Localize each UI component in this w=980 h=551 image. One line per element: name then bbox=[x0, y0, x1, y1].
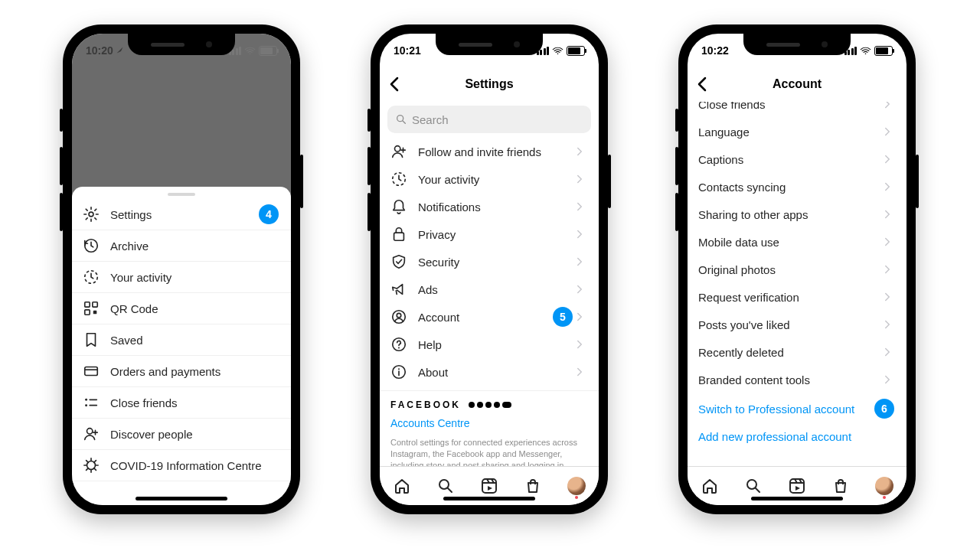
row-notifications[interactable]: Notifications bbox=[380, 193, 599, 220]
page-title: Account bbox=[688, 77, 906, 91]
chevron-right-icon bbox=[573, 172, 586, 186]
facebook-heading: FACEBOOK bbox=[390, 399, 461, 410]
avatar bbox=[567, 477, 586, 495]
home-indicator[interactable] bbox=[443, 497, 535, 500]
tab-profile[interactable] bbox=[567, 476, 586, 496]
row-ads[interactable]: Ads bbox=[380, 276, 599, 303]
row-add-new-professional-account[interactable]: Add new professional account bbox=[688, 422, 906, 450]
row-about[interactable]: About bbox=[380, 358, 599, 386]
chevron-right-icon bbox=[573, 200, 586, 214]
battery-icon bbox=[874, 46, 893, 56]
about-icon bbox=[390, 364, 407, 380]
tab-home[interactable] bbox=[392, 476, 412, 496]
tab-search[interactable] bbox=[743, 476, 763, 496]
nav-bar: Settings bbox=[380, 67, 599, 102]
row-request-verification[interactable]: Request verification bbox=[688, 283, 906, 311]
row-language[interactable]: Language bbox=[688, 118, 906, 145]
chevron-right-icon bbox=[880, 152, 894, 166]
row-security[interactable]: Security bbox=[380, 248, 599, 276]
accounts-centre-link[interactable]: Accounts Centre bbox=[390, 417, 588, 429]
avatar bbox=[875, 477, 893, 495]
row-your-activity[interactable]: Your activity bbox=[72, 262, 291, 293]
tab-reels[interactable] bbox=[479, 476, 499, 496]
row-recently-deleted[interactable]: Recently deleted bbox=[688, 338, 906, 366]
row-posts-you-ve-liked[interactable]: Posts you've liked bbox=[688, 311, 906, 338]
search-icon bbox=[395, 113, 407, 126]
help-icon bbox=[390, 336, 407, 353]
chevron-right-icon bbox=[880, 180, 894, 194]
step-badge: 5 bbox=[553, 307, 573, 327]
row-covid-19-information-centre[interactable]: COVID-19 Information Centre bbox=[72, 450, 291, 481]
home-indicator[interactable] bbox=[136, 497, 227, 500]
row-label: Settings bbox=[110, 208, 253, 221]
archive-icon bbox=[83, 237, 100, 254]
row-label: Ads bbox=[418, 283, 573, 296]
row-mobile-data-use[interactable]: Mobile data use bbox=[688, 228, 906, 256]
search-icon bbox=[744, 477, 763, 495]
row-switch-to-professional-account[interactable]: Switch to Professional account6 bbox=[688, 395, 906, 422]
home-indicator[interactable] bbox=[751, 497, 843, 500]
bell-icon bbox=[390, 198, 407, 215]
wifi-icon bbox=[244, 47, 256, 55]
tab-shop[interactable] bbox=[523, 476, 543, 496]
row-label: COVID-19 Information Centre bbox=[110, 459, 279, 472]
facebook-app-icons bbox=[469, 402, 511, 408]
phone-1: 10:20 Settings4ArchiveYour activityQR Co… bbox=[63, 24, 300, 514]
chevron-right-icon bbox=[880, 235, 894, 249]
phone-3: 10:22 Account Close friendsLanguageCapti… bbox=[678, 24, 916, 514]
tab-reels[interactable] bbox=[787, 476, 807, 496]
tab-profile[interactable] bbox=[874, 476, 894, 496]
row-contacts-syncing[interactable]: Contacts syncing bbox=[688, 173, 906, 201]
covid-icon bbox=[83, 457, 100, 474]
row-sharing-to-other-apps[interactable]: Sharing to other apps bbox=[688, 201, 906, 228]
row-label: Your activity bbox=[110, 271, 279, 284]
row-captions[interactable]: Captions bbox=[688, 145, 906, 173]
row-orders-and-payments[interactable]: Orders and payments bbox=[72, 356, 291, 387]
row-label: Notifications bbox=[418, 201, 573, 214]
tab-home[interactable] bbox=[700, 476, 720, 496]
card-icon bbox=[83, 363, 100, 380]
chevron-right-icon bbox=[880, 290, 894, 304]
facebook-section: FACEBOOK Accounts Centre Control setting… bbox=[380, 390, 599, 467]
row-your-activity[interactable]: Your activity bbox=[380, 165, 599, 193]
shop-icon bbox=[524, 477, 542, 495]
row-branded-content-tools[interactable]: Branded content tools bbox=[688, 366, 906, 393]
tab-search[interactable] bbox=[436, 476, 456, 496]
nav-bar: Account bbox=[688, 67, 906, 102]
discover-icon bbox=[390, 143, 407, 160]
search-input[interactable]: Search bbox=[387, 106, 591, 133]
row-qr-code[interactable]: QR Code bbox=[72, 293, 291, 324]
row-saved[interactable]: Saved bbox=[72, 324, 291, 356]
facebook-note: Control settings for connected experienc… bbox=[390, 437, 588, 467]
reels-icon bbox=[788, 477, 806, 495]
row-label: QR Code bbox=[110, 302, 279, 315]
row-close-friends[interactable]: Close friends bbox=[688, 101, 906, 118]
row-privacy[interactable]: Privacy bbox=[380, 220, 599, 248]
search-icon bbox=[436, 477, 455, 495]
row-original-photos[interactable]: Original photos bbox=[688, 256, 906, 283]
row-account[interactable]: Account5 bbox=[380, 303, 599, 331]
sheet-grabber[interactable] bbox=[168, 193, 195, 196]
shop-icon bbox=[831, 477, 850, 495]
row-archive[interactable]: Archive bbox=[72, 230, 291, 262]
row-close-friends[interactable]: Close friends bbox=[72, 387, 291, 419]
wifi-icon bbox=[860, 47, 871, 55]
row-label: Archive bbox=[110, 240, 279, 253]
location-icon bbox=[116, 46, 125, 55]
step-badge: 4 bbox=[259, 204, 279, 224]
row-settings[interactable]: Settings4 bbox=[72, 199, 291, 230]
row-discover-people[interactable]: Discover people bbox=[72, 419, 291, 450]
chevron-right-icon bbox=[573, 310, 586, 324]
row-label: Security bbox=[418, 256, 573, 269]
chevron-right-icon bbox=[880, 262, 894, 276]
row-label: Branded content tools bbox=[698, 373, 880, 386]
row-help[interactable]: Help bbox=[380, 331, 599, 358]
row-label: Close friends bbox=[110, 396, 279, 409]
row-follow-and-invite-friends[interactable]: Follow and invite friends bbox=[380, 138, 599, 165]
chevron-right-icon bbox=[880, 318, 894, 331]
row-label: Discover people bbox=[110, 428, 279, 441]
tab-shop[interactable] bbox=[831, 476, 851, 496]
battery-icon bbox=[259, 46, 277, 56]
chevron-right-icon bbox=[880, 373, 894, 386]
battery-icon bbox=[567, 46, 585, 56]
